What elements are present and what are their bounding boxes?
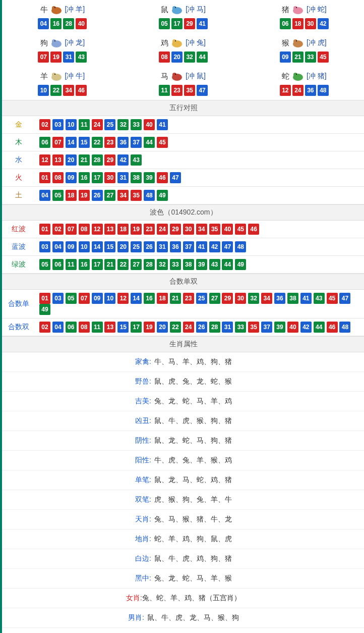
attr-row: 白边:鼠、牛、虎、鸡、狗、猪 [2, 549, 364, 569]
attr-value: 兔、蛇、羊、鸡、猪（五宫肖） [142, 594, 241, 602]
attr-value: 鼠、牛、虎、龙、马、猴、狗 [147, 613, 239, 621]
attr-row: 双笔:虎、猴、狗、兔、羊、牛 [2, 490, 364, 510]
number-badge: 15 [117, 322, 129, 333]
number-badge: 21 [79, 154, 90, 166]
number-badge: 42 [300, 322, 312, 333]
number-badge: 05 [66, 293, 77, 304]
number-badge: 46 [327, 322, 338, 333]
number-badge: 17 [131, 322, 142, 333]
number-badge: 36 [305, 85, 316, 96]
number-badge: 36 [274, 293, 285, 304]
attr-row: 野兽:鼠、虎、兔、龙、蛇、猴 [2, 372, 364, 392]
zodiac-cell: 马[冲 鼠]11233547 [123, 67, 244, 100]
number-badge: 16 [50, 18, 62, 29]
zodiac-cell: 蛇[冲 猪]12243648 [244, 67, 365, 100]
attr-key: 天肖: [135, 515, 151, 523]
attr-value: 鼠、龙、蛇、马、狗、猪 [154, 436, 232, 444]
zodiac-grid: 牛[冲 羊]04162840鼠[冲 马]05172941猪[冲 蛇]061830… [2, 0, 364, 100]
number-badge: 06 [280, 18, 291, 29]
number-badge: 48 [339, 322, 350, 333]
zodiac-chong: [冲 马] [186, 5, 206, 14]
svg-point-10 [52, 39, 56, 43]
number-badge: 38 [183, 259, 194, 270]
attr-row: 地肖:蛇、羊、鸡、狗、鼠、虎 [2, 530, 364, 549]
attr-row: 男肖:鼠、牛、虎、龙、马、猴、狗 [2, 608, 364, 628]
number-badge: 03 [52, 119, 64, 130]
number-row: 07193143 [2, 51, 123, 63]
number-badge: 08 [79, 322, 90, 333]
attr-value: 兔、龙、蛇、马、羊、鸡 [154, 397, 232, 405]
attr-row: 阳性:牛、虎、兔、羊、猴、鸡 [2, 451, 364, 470]
number-badge: 39 [274, 322, 285, 333]
number-badge: 09 [92, 293, 103, 304]
row-label: 木 [2, 134, 35, 151]
rooster-icon [169, 37, 185, 48]
zodiac-cell: 狗[冲 龙]07193143 [2, 33, 123, 67]
number-badge: 08 [52, 172, 64, 183]
number-badge: 12 [39, 154, 50, 166]
number-badge: 10 [104, 293, 115, 304]
number-badge: 34 [261, 293, 272, 304]
number-badge: 09 [280, 51, 291, 63]
row-label: 金 [2, 116, 35, 134]
number-row: 04162840 [2, 18, 123, 29]
row-numbers: 04 05 18 19 26 27 34 35 48 49 [35, 187, 364, 204]
number-badge: 43 [131, 154, 142, 166]
number-badge: 04 [38, 18, 49, 29]
number-badge: 29 [104, 154, 115, 166]
number-badge: 13 [52, 154, 64, 166]
row-numbers: 02 03 10 11 24 25 32 33 40 41 [35, 116, 364, 134]
number-badge: 16 [79, 172, 90, 183]
zodiac-name: 马 [161, 72, 168, 81]
number-badge: 23 [183, 293, 194, 304]
number-badge: 22 [170, 322, 181, 333]
attrs-title: 生肖属性 [2, 336, 364, 352]
pig-icon [290, 4, 306, 15]
number-badge: 16 [79, 259, 90, 270]
ox-icon [49, 4, 64, 15]
svg-point-14 [175, 40, 176, 41]
heshu-table: 合数单01 03 05 07 09 10 12 14 16 18 21 23 2… [2, 290, 364, 336]
svg-point-23 [175, 74, 176, 75]
table-row: 合数单01 03 05 07 09 10 12 14 16 18 21 23 2… [2, 290, 364, 319]
number-badge: 32 [117, 119, 129, 130]
row-label: 火 [2, 169, 35, 187]
number-badge: 12 [92, 224, 103, 235]
number-badge: 34 [196, 224, 207, 235]
number-badge: 24 [292, 85, 304, 96]
number-badge: 06 [39, 137, 50, 148]
number-badge: 09 [66, 241, 77, 252]
number-badge: 19 [79, 190, 90, 201]
table-row: 红波01 02 07 08 12 13 18 19 23 24 29 30 34… [2, 221, 364, 238]
zodiac-chong: [冲 羊] [65, 5, 85, 14]
svg-point-7 [293, 6, 297, 10]
row-label: 蓝波 [2, 238, 35, 256]
number-badge: 47 [222, 241, 233, 252]
attr-key: 双笔: [135, 495, 151, 503]
zodiac-cell: 羊[冲 牛]10223446 [2, 67, 123, 100]
number-badge: 22 [50, 85, 62, 96]
attr-row: 单笔:鼠、龙、马、蛇、鸡、猪 [2, 470, 364, 490]
row-numbers: 05 06 11 16 17 21 22 27 28 32 33 38 39 4… [35, 256, 364, 274]
number-badge: 43 [76, 51, 87, 63]
number-row: 12243648 [244, 85, 365, 96]
zodiac-name: 狗 [40, 38, 48, 48]
number-badge: 03 [39, 241, 50, 252]
number-badge: 33 [170, 259, 181, 270]
number-badge: 41 [196, 241, 207, 252]
number-badge: 24 [92, 119, 103, 130]
bose-table: 红波01 02 07 08 12 13 18 19 23 24 29 30 34… [2, 221, 364, 274]
number-badge: 43 [209, 259, 220, 270]
attr-key: 地肖: [135, 535, 151, 543]
number-badge: 49 [39, 304, 50, 315]
number-badge: 03 [52, 293, 64, 304]
zodiac-name: 蛇 [282, 72, 289, 81]
number-badge: 07 [38, 51, 49, 63]
number-badge: 40 [287, 322, 298, 333]
number-badge: 01 [39, 293, 50, 304]
row-label: 土 [2, 187, 35, 204]
number-badge: 24 [157, 224, 168, 235]
number-badge: 27 [104, 190, 115, 201]
svg-point-8 [296, 7, 297, 8]
number-badge: 28 [92, 154, 103, 166]
